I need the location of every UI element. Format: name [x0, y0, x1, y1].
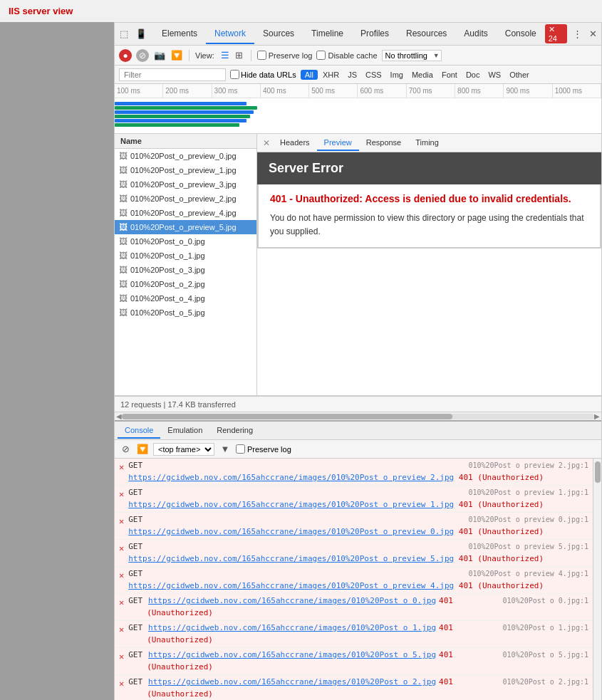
filter-doc-button[interactable]: Doc	[462, 70, 484, 80]
file-icon: 🖼	[119, 194, 128, 204]
scrollbar-thumb[interactable]	[122, 414, 452, 419]
file-item-2[interactable]: 🖼 010%20Post_o_preview_3.jpg	[115, 177, 256, 192]
console-tab-emulation[interactable]: Emulation	[160, 423, 209, 439]
file-item-3[interactable]: 🖼 010%20Post_o_preview_2.jpg	[115, 192, 256, 206]
detail-tab-timing[interactable]: Timing	[408, 135, 446, 151]
main-content: Name 🖼 010%20Post_o_preview_0.jpg 🖼 010%…	[115, 134, 601, 396]
ruler-mark-2: 200 ms	[163, 84, 212, 98]
log-entry-7: ✕ GET https://gcidweb.nov.com/165ahccran…	[115, 621, 593, 648]
status-bar: 12 requests | 17.4 KB transferred	[115, 396, 601, 412]
error-badge: ✕ 24	[545, 24, 567, 43]
file-icon: 🖼	[119, 179, 128, 189]
tab-timeline[interactable]: Timeline	[303, 24, 352, 44]
v-scroll-thumb[interactable]	[595, 461, 601, 483]
file-item-9[interactable]: 🖼 010%20Post_o_2.jpg	[115, 277, 256, 291]
list-view-icon[interactable]: ☰	[219, 48, 232, 62]
tab-network[interactable]: Network	[206, 24, 254, 44]
status-text: 12 requests | 17.4 KB transferred	[120, 400, 236, 409]
file-item-7[interactable]: 🖼 010%20Post_o_1.jpg	[115, 249, 256, 263]
ruler-mark-10: 1000 ms	[553, 84, 601, 98]
error-icon-1: ✕	[119, 461, 124, 474]
tab-profiles[interactable]: Profiles	[352, 24, 398, 44]
filter-other-button[interactable]: Other	[506, 70, 533, 80]
tab-bar: ⬚ 📱 Elements Network Sources Timeline Pr…	[115, 23, 601, 46]
ruler-mark-4: 400 ms	[261, 84, 309, 98]
scroll-left-arrow[interactable]: ◀	[116, 412, 122, 420]
filter-font-button[interactable]: Font	[438, 70, 461, 80]
tab-resources[interactable]: Resources	[398, 24, 455, 44]
tab-sources[interactable]: Sources	[254, 24, 303, 44]
filter-all-button[interactable]: All	[301, 70, 318, 80]
mobile-icon[interactable]: 📱	[135, 28, 147, 41]
file-item-0[interactable]: 🖼 010%20Post_o_preview_0.jpg	[115, 149, 256, 163]
camera-button[interactable]: 📷	[153, 49, 166, 62]
file-icon: 🖼	[119, 279, 128, 289]
file-item-1[interactable]: 🖼 010%20Post_o_preview_1.jpg	[115, 163, 256, 177]
title-bar: IIS server view	[0, 0, 602, 22]
filter-css-button[interactable]: CSS	[362, 70, 385, 80]
tab-elements[interactable]: Elements	[153, 24, 206, 44]
tab-console[interactable]: Console	[497, 24, 545, 44]
throttle-select[interactable]: No throttling	[382, 50, 442, 61]
horizontal-scrollbar[interactable]: ◀ ▶	[115, 412, 601, 420]
ruler-mark-9: 900 ms	[504, 84, 552, 98]
filter-types: All XHR JS CSS Img Media Font Doc WS Oth…	[301, 70, 533, 80]
log-entry-8: ✕ GET https://gcidweb.nov.com/165ahccran…	[115, 648, 593, 675]
detail-panel: ✕ Headers Preview Response Timing Server…	[257, 134, 601, 395]
error-icon-4: ✕	[119, 542, 124, 555]
filter-ws-button[interactable]: WS	[484, 70, 504, 80]
filter-input[interactable]	[119, 68, 226, 81]
detail-tab-close[interactable]: ✕	[260, 138, 273, 148]
timeline-ruler: 100 ms 200 ms 300 ms 400 ms 500 ms 600 m…	[115, 84, 601, 98]
log-entry-9: ✕ GET https://gcidweb.nov.com/165ahccran…	[115, 675, 593, 700]
tab-audits[interactable]: Audits	[455, 24, 496, 44]
console-arrow-icon: ▼	[219, 443, 232, 456]
scroll-right-arrow[interactable]: ▶	[594, 412, 600, 420]
server-error-title: Server Error	[257, 152, 601, 184]
inspect-icon[interactable]: ⬚	[118, 28, 130, 41]
hide-data-urls-checkbox[interactable]: Hide data URLs	[230, 70, 296, 79]
filter-js-button[interactable]: JS	[344, 70, 360, 80]
file-icon: 🖼	[119, 265, 128, 275]
file-item-6[interactable]: 🖼 010%20Post_o_0.jpg	[115, 234, 256, 249]
file-item-5[interactable]: 🖼 010%20Post_o_preview_5.jpg	[115, 220, 256, 234]
console-toolbar: ⊘ 🔽 <top frame> ▼ Preserve log	[115, 440, 601, 459]
ruler-mark-7: 700 ms	[407, 84, 455, 98]
console-tab-console[interactable]: Console	[118, 423, 160, 439]
grid-view-icon[interactable]: ⊞	[233, 48, 245, 62]
more-options-icon[interactable]: ⋮	[571, 28, 583, 41]
record-button[interactable]: ●	[119, 49, 132, 62]
filter-img-button[interactable]: Img	[387, 70, 407, 80]
file-icon: 🖼	[119, 165, 128, 175]
filter-media-button[interactable]: Media	[408, 70, 437, 80]
close-icon[interactable]: ✕	[587, 28, 598, 41]
log-entry-4: ✕ GET 010%20Post o preview 5.jpg:1 https…	[115, 540, 593, 567]
console-clear-icon[interactable]: ⊘	[119, 443, 132, 456]
file-item-11[interactable]: 🖼 010%20Post_o_5.jpg	[115, 305, 256, 320]
frame-select[interactable]: <top frame>	[153, 443, 214, 456]
vertical-scrollbar[interactable]	[593, 459, 601, 700]
disable-cache-checkbox[interactable]: Disable cache	[316, 51, 377, 60]
console-filter-icon[interactable]: 🔽	[136, 443, 149, 456]
preserve-log-checkbox[interactable]: Preserve log	[257, 51, 313, 60]
log-entry-6: ✕ GET https://gcidweb.nov.com/165ahccran…	[115, 594, 593, 621]
detail-tab-response[interactable]: Response	[359, 135, 409, 151]
log-entry-2: ✕ GET 010%20Post o preview 1.jpg:1 https…	[115, 486, 593, 513]
detail-tabs: ✕ Headers Preview Response Timing	[257, 134, 601, 152]
error-icon-8: ✕	[119, 650, 124, 663]
file-item-8[interactable]: 🖼 010%20Post_o_3.jpg	[115, 263, 256, 277]
log-entry-3: ✕ GET 010%20Post o preview 0.jpg:1 https…	[115, 513, 593, 540]
file-item-4[interactable]: 🖼 010%20Post_o_preview_4.jpg	[115, 206, 256, 220]
console-tab-rendering[interactable]: Rendering	[209, 423, 260, 439]
stop-button[interactable]: ⊘	[136, 49, 149, 62]
separator	[189, 50, 190, 61]
detail-tab-headers[interactable]: Headers	[273, 135, 317, 151]
detail-tab-preview[interactable]: Preview	[317, 135, 359, 151]
log-entry-1: ✕ GET 010%20Post o preview 2.jpg:1 https…	[115, 459, 593, 486]
filter-xhr-button[interactable]: XHR	[319, 70, 343, 80]
scrollbar-track[interactable]	[122, 414, 594, 419]
filter-button[interactable]: 🔽	[170, 49, 183, 62]
console-preserve-log-checkbox[interactable]: Preserve log	[236, 444, 291, 454]
file-icon: 🖼	[119, 251, 128, 261]
file-item-10[interactable]: 🖼 010%20Post_o_4.jpg	[115, 291, 256, 305]
